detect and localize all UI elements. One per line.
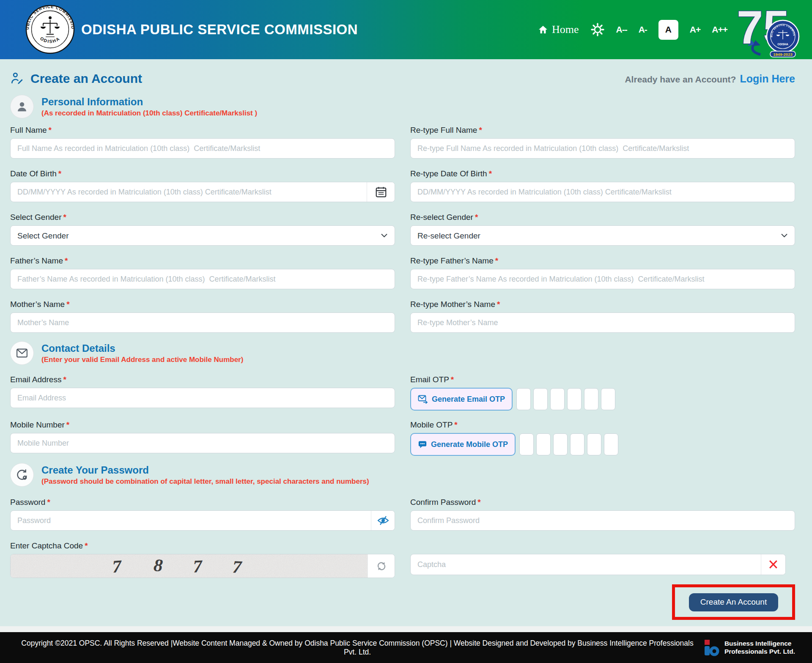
fathers-name-input[interactable] (10, 269, 395, 289)
email-otp-digit-input[interactable] (601, 388, 615, 410)
email-otp-boxes (516, 388, 615, 410)
email-field: Email Address* (10, 374, 395, 411)
footer-divider (0, 626, 812, 632)
password-reset-icon (15, 468, 29, 482)
email-otp-digit-input[interactable] (567, 388, 582, 410)
retype-dob-field: Re-type Date Of Birth* (410, 168, 795, 202)
calendar-icon (375, 186, 387, 198)
mobile-label: Mobile Number* (10, 419, 395, 430)
password-input[interactable] (11, 511, 371, 530)
envelope-icon (16, 347, 28, 359)
generate-email-otp-label: Generate Email OTP (432, 395, 505, 404)
person-edit-icon (10, 72, 25, 85)
footer: Copyright ©2021 OPSC. All Rights Reserve… (0, 632, 812, 663)
header: PUBLIC SERVICE COMMISSION ODISHA ODISHA … (0, 0, 812, 59)
display-settings-icon[interactable] (590, 22, 605, 37)
confirm-password-label: Confirm Password* (410, 497, 795, 508)
retype-dob-label: Re-type Date Of Birth* (410, 168, 795, 179)
dob-input[interactable] (11, 182, 367, 202)
font-size-smaller-button[interactable]: A- (639, 25, 647, 35)
mobile-otp-field: Mobile OTP* Generate Mobile OTP (410, 419, 795, 456)
page-title: Create an Account (30, 71, 142, 86)
generate-mobile-otp-label: Generate Mobile OTP (431, 440, 508, 449)
email-input[interactable] (10, 388, 395, 408)
fathers-name-label: Father’s Name* (10, 255, 395, 266)
person-icon (16, 100, 28, 113)
retype-full-name-input[interactable] (410, 138, 795, 159)
captcha-image-field: Enter Captcha Code* (10, 540, 395, 578)
retype-dob-input[interactable] (410, 182, 795, 202)
personal-information-title: Personal Information (41, 96, 257, 108)
captcha-digit: 8 (153, 555, 163, 575)
email-otp-digit-input[interactable] (550, 388, 565, 410)
mobile-otp-label: Mobile OTP* (410, 419, 795, 430)
mobile-otp-digit-input[interactable] (604, 433, 618, 455)
password-section-title: Create Your Password (41, 464, 369, 476)
email-send-icon (418, 395, 428, 404)
header-nav: Home A-- A- A A+ A++ (538, 0, 727, 59)
dob-field: Date Of Birth* (10, 168, 395, 202)
mothers-name-field: Mother’s Name* (10, 299, 395, 333)
password-field: Password* (10, 497, 395, 531)
highlight-box: Create An Account (672, 584, 795, 620)
captcha-label: Enter Captcha Code* (10, 540, 395, 551)
confirm-password-input[interactable] (410, 510, 795, 531)
font-size-smallest-button[interactable]: A-- (616, 25, 627, 35)
home-link[interactable]: Home (538, 23, 579, 36)
mobile-otp-digit-input[interactable] (536, 433, 551, 455)
full-name-field: Full Name* (10, 125, 395, 159)
developer-logo: Business Intelligence Professionals Pvt.… (703, 639, 795, 657)
font-size-larger-button[interactable]: A+ (690, 25, 700, 35)
mobile-field: Mobile Number* (10, 419, 395, 456)
fathers-name-field: Father’s Name* (10, 255, 395, 289)
mobile-otp-digit-input[interactable] (570, 433, 584, 455)
home-icon (538, 25, 548, 35)
retype-fathers-name-field: Re-type Father’s Name* (410, 255, 795, 289)
contact-details-section-header: Contact Details (Enter your valid Email … (10, 341, 795, 365)
retype-mothers-name-label: Re-type Mother’s Name* (410, 299, 795, 310)
opsc-seal-logo: PUBLIC SERVICE COMMISSION ODISHA (25, 5, 75, 54)
captcha-invalid-button[interactable]: ✕ (761, 554, 785, 575)
calendar-button[interactable] (367, 182, 395, 202)
re-gender-select[interactable]: Re-select Gender (410, 225, 795, 246)
retype-mothers-name-input[interactable] (410, 312, 795, 333)
email-otp-digit-input[interactable] (516, 388, 531, 410)
font-size-normal-button[interactable]: A (658, 20, 678, 40)
login-prompt: Already have an Account? (625, 74, 736, 85)
regender-field: Re-select Gender* Re-select Gender (410, 212, 795, 246)
email-otp-field: Email OTP* Generate Email OTP (410, 374, 795, 411)
home-label: Home (552, 23, 579, 36)
captcha-input[interactable] (411, 554, 761, 575)
anniversary-75-logo: 75 PUBLIC SERVICE COMMISSION ODISHA 1949… (733, 1, 806, 58)
gender-select[interactable]: Select Gender (10, 225, 395, 246)
mobile-otp-digit-input[interactable] (553, 433, 568, 455)
email-otp-digit-input[interactable] (533, 388, 548, 410)
captcha-digit: 7 (232, 557, 243, 577)
email-otp-digit-input[interactable] (584, 388, 598, 410)
password-label: Password* (10, 497, 395, 508)
gender-label: Select Gender* (10, 212, 395, 223)
mobile-otp-digit-input[interactable] (519, 433, 534, 455)
bip-logo-icon (703, 639, 720, 657)
x-mark-icon: ✕ (768, 557, 779, 572)
retype-fathers-name-input[interactable] (410, 269, 795, 289)
toggle-password-visibility-button[interactable] (371, 511, 395, 530)
retype-full-name-field: Re-type Full Name* (410, 125, 795, 159)
create-account-button[interactable]: Create An Account (689, 593, 778, 611)
generate-email-otp-button[interactable]: Generate Email OTP (410, 388, 513, 411)
sms-icon (418, 440, 427, 449)
generate-mobile-otp-button[interactable]: Generate Mobile OTP (410, 433, 516, 456)
font-size-largest-button[interactable]: A++ (712, 25, 727, 35)
refresh-captcha-button[interactable] (368, 554, 395, 578)
anniversary-years: 1949-2023 (773, 52, 792, 57)
personal-information-section-header: Personal Information (As recorded in Mat… (10, 95, 795, 118)
dob-label: Date Of Birth* (10, 168, 395, 179)
mobile-input[interactable] (10, 433, 395, 453)
main-content: Create an Account Already have an Accoun… (0, 59, 812, 632)
anniversary-seal-bottom-text: ODISHA (777, 43, 788, 46)
full-name-input[interactable] (10, 138, 395, 159)
login-here-link[interactable]: Login Here (740, 73, 795, 85)
mothers-name-input[interactable] (10, 312, 395, 333)
email-label: Email Address* (10, 374, 395, 385)
mobile-otp-digit-input[interactable] (587, 433, 601, 455)
